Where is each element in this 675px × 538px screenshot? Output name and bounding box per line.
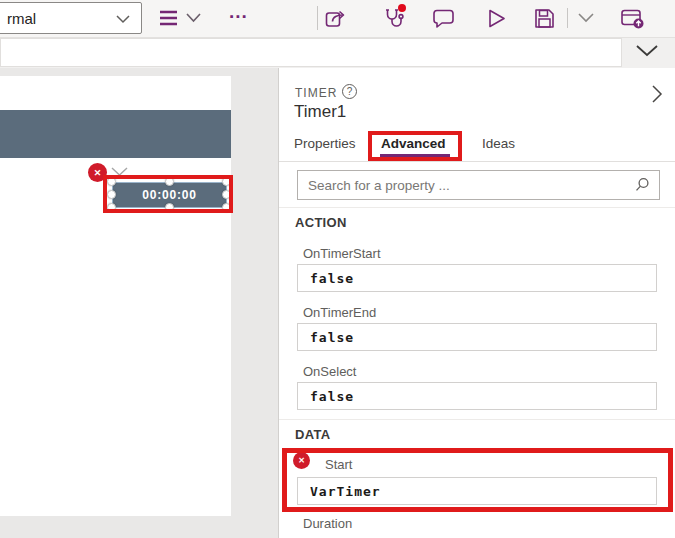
publish-icon[interactable] — [620, 7, 646, 31]
field-label-start: Start — [325, 457, 352, 472]
control-name: Timer1 — [294, 102, 346, 122]
hamburger-menu-icon[interactable] — [158, 9, 179, 27]
resize-handle-top-right[interactable] — [222, 177, 231, 186]
field-input-ontimerstart[interactable] — [297, 264, 657, 292]
resize-handle-top-left[interactable] — [107, 177, 116, 186]
tab-ideas[interactable]: Ideas — [482, 136, 515, 151]
timer-value: 00:00:00 — [142, 188, 196, 202]
field-label-ontimerend: OnTimerEnd — [303, 305, 376, 320]
section-title-action: ACTION — [295, 215, 347, 230]
powerapps-studio: rmal ... — [0, 0, 675, 538]
error-x-icon: ✕ — [94, 168, 102, 178]
help-icon[interactable]: ? — [342, 84, 357, 99]
preview-play-icon[interactable] — [487, 8, 507, 29]
resize-handle-bottom-left[interactable] — [107, 203, 116, 212]
field-input-onselect[interactable] — [297, 382, 657, 410]
chevron-down-icon — [116, 15, 130, 24]
comments-icon[interactable] — [432, 9, 457, 29]
overflow-ellipsis-button[interactable]: ... — [229, 1, 248, 23]
formula-input[interactable] — [0, 38, 622, 67]
active-tab-underline — [380, 154, 450, 157]
save-icon[interactable] — [533, 7, 556, 30]
toolbar-divider — [317, 6, 318, 30]
tab-advanced[interactable]: Advanced — [381, 136, 446, 151]
share-icon[interactable] — [324, 7, 349, 30]
text-style-dropdown[interactable]: rmal — [0, 2, 142, 34]
control-type-label: TIMER — [295, 86, 337, 100]
start-property-error-badge[interactable]: ✕ — [293, 452, 310, 469]
top-toolbar: rmal ... — [0, 0, 675, 37]
section-divider — [279, 419, 675, 420]
app-checker-stethoscope-icon[interactable] — [381, 6, 405, 30]
field-label-duration: Duration — [303, 516, 352, 531]
resize-handle-bottom-mid[interactable] — [165, 203, 174, 212]
panel-collapse-chevron-icon[interactable] — [652, 85, 663, 103]
menu-chevron-down-icon[interactable] — [186, 13, 201, 23]
screen-header-rect — [0, 110, 231, 158]
property-search-input[interactable] — [298, 178, 634, 193]
save-chevron-down-icon[interactable] — [578, 13, 594, 23]
text-style-dropdown-value: rmal — [7, 10, 36, 27]
section-title-data: DATA — [295, 427, 330, 442]
resize-handle-bottom-right[interactable] — [222, 203, 231, 212]
timer-error-badge[interactable]: ✕ — [88, 163, 107, 182]
field-input-ontimerend[interactable] — [297, 323, 657, 351]
formula-bar-expand-chevron-icon[interactable] — [636, 45, 658, 57]
property-search-box — [297, 170, 660, 200]
tab-properties[interactable]: Properties — [294, 136, 356, 151]
search-icon[interactable] — [634, 177, 659, 193]
field-label-onselect: OnSelect — [303, 364, 356, 379]
notification-dot — [398, 4, 406, 12]
control-menu-chevron-icon[interactable] — [111, 167, 128, 177]
toolbar-divider — [567, 8, 568, 28]
resize-handle-top-mid[interactable] — [165, 177, 174, 186]
help-glyph: ? — [347, 86, 353, 97]
error-x-icon: ✕ — [298, 456, 305, 465]
section-divider — [279, 207, 675, 208]
resize-handle-right-mid[interactable] — [222, 190, 231, 199]
field-input-start[interactable] — [297, 477, 657, 505]
resize-handle-left-mid[interactable] — [107, 190, 116, 199]
field-label-ontimerstart: OnTimerStart — [303, 246, 381, 261]
tabs-bottom-border — [279, 161, 675, 162]
